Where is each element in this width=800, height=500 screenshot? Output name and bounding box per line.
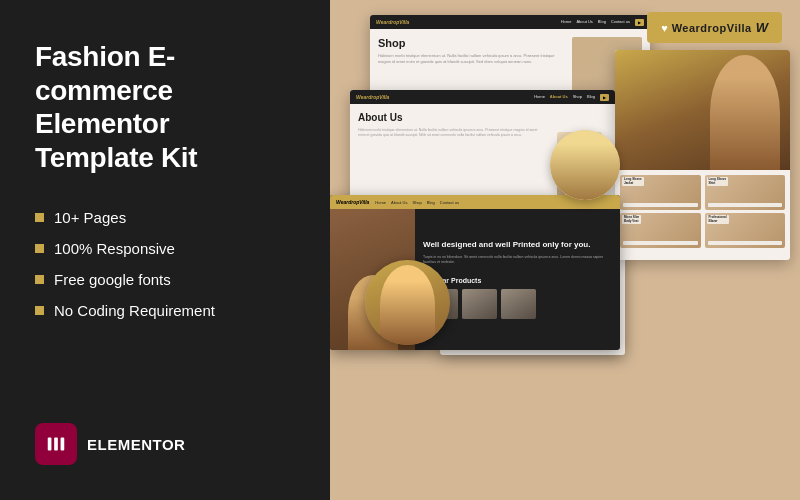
feature-item-3: Free google fonts [35, 271, 295, 288]
logo-area: ♥ WeardropVilla W [647, 12, 782, 43]
about-nav: WeardropVilla Home About Us Shop Blog ▶ [350, 90, 615, 104]
fashion-person [710, 55, 780, 170]
nav-home: Home [561, 19, 572, 26]
home-nav-blog: Blog [427, 200, 435, 205]
product-item-4: ProfessionalBlazer [705, 213, 786, 248]
product-item-2: Long SleeveShirt [705, 175, 786, 210]
main-title: Fashion E-commerceElementor Template Kit [35, 40, 295, 174]
right-panel: ♥ WeardropVilla W WeardropVilla Home Abo… [330, 0, 800, 500]
svg-rect-0 [48, 438, 52, 451]
elementor-badge: ELEMENTOR [35, 423, 185, 465]
shop-right-mockup: Long SleeveJacket Long SleeveShirt Micro… [615, 50, 790, 260]
shop-nav-logo: WeardropVilla [376, 19, 409, 25]
main-container: Fashion E-commerceElementor Template Kit… [0, 0, 800, 500]
product-row-2: Micro SlimBody Vest ProfessionalBlazer [620, 213, 785, 248]
nav-btn[interactable]: ▶ [635, 19, 644, 26]
product-thumb-2 [462, 289, 497, 319]
about-nav-home: Home [534, 94, 545, 101]
person-circle-overlay [365, 260, 450, 345]
shop-body-text: Halinium morbi tristique elementum ut. N… [378, 53, 566, 64]
about-nav-btn[interactable]: ▶ [600, 94, 609, 101]
about-body-text: Halinium morbi tristique elementum ut. N… [358, 128, 544, 139]
home-nav-home: Home [375, 200, 386, 205]
about-heading: About Us [358, 112, 544, 123]
shop-hero-image [615, 50, 790, 170]
item-label-3: Micro SlimBody Vest [622, 215, 641, 224]
shop-section-title: Shop [378, 37, 566, 49]
bullet-icon-4 [35, 306, 44, 315]
shop-nav: WeardropVilla Home About Us Blog Contact… [370, 15, 650, 29]
feature-item-4: No Coding Requirement [35, 302, 295, 319]
products-section-title: Popular Products [423, 277, 612, 284]
features-list: 10+ Pages 100% Responsive Free google fo… [35, 209, 295, 333]
item-label-1: Long SleeveJacket [622, 177, 644, 186]
person-circle-2 [550, 130, 620, 200]
product-list: Long SleeveJacket Long SleeveShirt Micro… [615, 170, 790, 256]
product-row-1: Long SleeveJacket Long SleeveShirt [620, 175, 785, 210]
svg-rect-2 [61, 438, 65, 451]
product-grid [423, 289, 612, 319]
product-thumb-3 [501, 289, 536, 319]
home-nav-contact: Contact us [440, 200, 459, 205]
logo-heart-icon: ♥ [661, 22, 668, 34]
home-nav-links: Home About Us Shop Blog Contact us [375, 200, 459, 205]
item-label-2: Long SleeveShirt [707, 177, 729, 186]
home-products-section: Popular Products [423, 277, 612, 319]
about-nav-links: Home About Us Shop Blog ▶ [534, 94, 609, 101]
nav-about: About Us [576, 19, 592, 26]
logo-script: W [756, 20, 768, 35]
home-nav-about: About Us [391, 200, 407, 205]
home-nav-logo: WeardropVilla [336, 199, 369, 205]
svg-rect-1 [54, 438, 58, 451]
feature-item-1: 10+ Pages [35, 209, 295, 226]
nav-contact: Contact us [611, 19, 630, 26]
shop-nav-links: Home About Us Blog Contact us ▶ [561, 19, 644, 26]
home-nav-shop: Shop [412, 200, 421, 205]
logo-brand: WeardropVilla [672, 22, 752, 34]
nav-blog: Blog [598, 19, 606, 26]
person-in-circle [380, 265, 435, 345]
hero-desc: Turpis in eu mi bibendum. Sit amet commo… [423, 255, 612, 266]
bullet-icon-2 [35, 244, 44, 253]
hero-title: Well designed and well Printed only for … [423, 240, 612, 250]
bullet-icon-3 [35, 275, 44, 284]
product-item-1: Long SleeveJacket [620, 175, 701, 210]
elementor-icon [35, 423, 77, 465]
about-nav-about: About Us [550, 94, 568, 101]
elementor-label: ELEMENTOR [87, 436, 185, 453]
person-in-circle-2 [550, 130, 620, 200]
bullet-icon-1 [35, 213, 44, 222]
left-panel: Fashion E-commerceElementor Template Kit… [0, 0, 330, 500]
about-nav-blog: Blog [587, 94, 595, 101]
product-item-3: Micro SlimBody Vest [620, 213, 701, 248]
feature-item-2: 100% Responsive [35, 240, 295, 257]
home-right-content: Well designed and well Printed only for … [415, 209, 620, 350]
about-nav-shop: Shop [573, 94, 582, 101]
item-label-4: ProfessionalBlazer [707, 215, 729, 224]
about-nav-logo: WeardropVilla [356, 94, 389, 100]
